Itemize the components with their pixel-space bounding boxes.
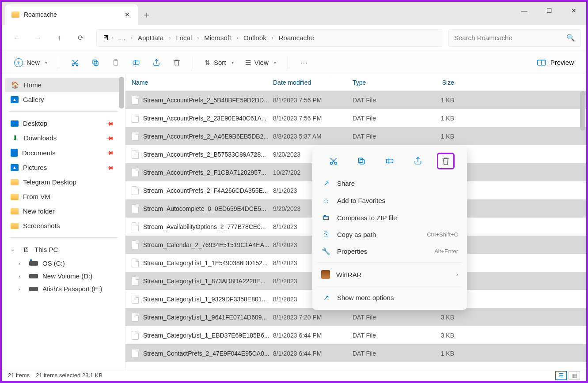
preview-button[interactable]: Preview — [533, 56, 578, 69]
sidebar-drive-item[interactable]: ›New Volume (D:) — [5, 270, 121, 282]
file-row[interactable]: Stream_AccountPrefs_2_A46E9B6EB5DB2...8/… — [125, 127, 586, 145]
path-segment[interactable]: AppData — [135, 32, 166, 43]
sidebar-quick-item[interactable]: Telegram Desktop — [5, 175, 121, 189]
chevron-right-icon: › — [456, 271, 458, 278]
minimize-button[interactable]: — — [512, 2, 537, 19]
cm-more-options-item[interactable]: ↗ Show more options — [316, 289, 463, 306]
file-row[interactable]: Stream_CategoryList_1_9641FE0714D609...8… — [125, 308, 586, 326]
path-segment[interactable]: Microsoft — [201, 32, 234, 43]
sidebar-drive-item[interactable]: ›Atish's Passport (E:) — [5, 282, 121, 295]
column-size[interactable]: Size — [419, 79, 454, 86]
svg-point-1 — [76, 64, 78, 66]
path-more[interactable]: … — [116, 32, 128, 43]
svg-rect-11 — [360, 160, 364, 164]
file-icon — [132, 277, 139, 285]
view-button[interactable]: ☰ View ▾ — [241, 56, 281, 69]
path-segment[interactable]: Outlook — [241, 32, 269, 43]
view-label: View — [254, 59, 269, 66]
cm-rename-button[interactable] — [381, 153, 398, 169]
file-icon — [132, 168, 139, 177]
svg-rect-2 — [94, 61, 98, 65]
more-button[interactable]: ⋯ — [295, 55, 313, 71]
column-name[interactable]: Name — [132, 79, 273, 86]
share-button[interactable] — [148, 55, 165, 71]
forward-button[interactable]: → — [28, 28, 48, 48]
address-bar[interactable]: 🖥 › … › AppData › Local › Microsoft › Ou… — [96, 29, 442, 47]
cm-delete-button[interactable] — [437, 153, 455, 169]
cm-copypath-item[interactable]: ⎘ Copy as path Ctrl+Shift+C — [316, 226, 463, 243]
new-tab-button[interactable]: ＋ — [138, 2, 156, 21]
cm-properties-item[interactable]: 🔧 Properties Alt+Enter — [316, 243, 463, 260]
file-row[interactable]: Stream_CategoryList_1_EBD37E69E185B6...8… — [125, 326, 586, 344]
file-icon — [132, 240, 139, 249]
file-icon — [132, 132, 139, 141]
sidebar-gallery[interactable]: ▲ Gallery — [5, 92, 121, 107]
file-row[interactable]: Stream_AccountPrefs_2_5B48BFE59D2DD...8/… — [125, 91, 586, 109]
rename-button[interactable] — [127, 55, 145, 71]
delete-button[interactable] — [168, 55, 186, 71]
wrench-icon: 🔧 — [321, 247, 331, 255]
file-row[interactable]: Stream_ContactPrefs_2_47E9F044E95CA0...8… — [125, 344, 586, 362]
up-button[interactable]: ↑ — [49, 28, 69, 48]
cm-zip-item[interactable]: 🗀 Compress to ZIP file — [316, 209, 463, 226]
file-icon — [132, 331, 139, 340]
file-icon — [132, 313, 139, 322]
sidebar-quick-item[interactable]: ▲Pictures📌 — [5, 160, 121, 175]
svg-rect-12 — [359, 158, 363, 162]
cm-share-button[interactable] — [409, 153, 427, 169]
sort-button[interactable]: ⇅ Sort ▾ — [200, 56, 238, 69]
status-bar: 21 items 21 items selected 23.1 KB ☰ ▦ — [2, 369, 586, 381]
cm-winrar-item[interactable]: WinRAR › — [316, 266, 463, 283]
copy-button[interactable] — [87, 55, 104, 71]
view-thumbnails-button[interactable]: ▦ — [569, 371, 580, 380]
sidebar-home[interactable]: 🏠 Home — [5, 78, 121, 92]
window-controls: — ☐ ✕ — [512, 2, 586, 19]
scrollbar[interactable] — [119, 77, 124, 109]
back-button[interactable]: ← — [7, 28, 27, 48]
view-details-button[interactable]: ☰ — [555, 371, 567, 380]
cm-copy-button[interactable] — [353, 153, 370, 169]
window-tab[interactable]: Roamcache ✕ — [5, 4, 138, 25]
close-tab-icon[interactable]: ✕ — [123, 9, 132, 20]
cm-share-item[interactable]: ↗ Share — [316, 175, 463, 192]
sidebar-quick-item[interactable]: Desktop📌 — [5, 116, 121, 131]
sidebar-quick-item[interactable]: Screenshots — [5, 218, 121, 233]
path-segment[interactable]: Local — [173, 32, 194, 43]
sidebar-quick-item[interactable]: Documents📌 — [5, 145, 121, 160]
file-icon — [132, 349, 139, 358]
new-button[interactable]: + New ▾ — [10, 56, 52, 70]
maximize-button[interactable]: ☐ — [537, 2, 561, 19]
cm-cut-button[interactable] — [325, 153, 342, 169]
sidebar-drive-item[interactable]: ›OS (C:) — [5, 257, 121, 270]
sort-label: Sort — [214, 59, 226, 66]
sidebar-this-pc[interactable]: ⌄ 🖥 This PC — [5, 242, 121, 257]
title-bar: Roamcache ✕ ＋ — ☐ ✕ — [2, 2, 586, 25]
status-count: 21 items — [8, 372, 30, 379]
paste-button[interactable] — [107, 55, 125, 71]
cm-favorites-item[interactable]: ☆ Add to Favorites — [316, 192, 463, 209]
sidebar-quick-item[interactable]: ⬇Downloads📌 — [5, 131, 121, 145]
svg-point-9 — [330, 162, 332, 165]
sidebar-quick-item[interactable]: New folder — [5, 204, 121, 218]
svg-rect-6 — [133, 61, 139, 64]
refresh-button[interactable]: ⟳ — [71, 28, 90, 48]
column-type[interactable]: Type — [353, 79, 419, 86]
scrollbar[interactable] — [580, 91, 585, 131]
folder-icon — [11, 11, 19, 18]
search-box[interactable]: 🔍 — [448, 29, 581, 47]
path-segment[interactable]: Roamcache — [276, 32, 317, 43]
file-icon — [132, 96, 139, 105]
tab-title: Roamcache — [24, 11, 118, 18]
close-button[interactable]: ✕ — [561, 2, 586, 19]
search-input[interactable] — [454, 34, 563, 41]
sidebar-quick-item[interactable]: From VM — [5, 189, 121, 204]
cut-button[interactable] — [66, 55, 84, 71]
file-icon — [132, 259, 139, 267]
pc-icon: 🖥 — [21, 246, 30, 253]
column-date[interactable]: Date modified — [273, 79, 353, 86]
file-row[interactable]: Stream_AccountPrefs_2_23E90E940C61A...8/… — [125, 109, 586, 127]
context-menu: ↗ Share ☆ Add to Favorites 🗀 Compress to… — [312, 146, 467, 310]
chevron-down-icon[interactable]: ⌄ — [11, 247, 17, 252]
star-icon: ☆ — [321, 196, 331, 205]
path-icon: ⎘ — [321, 230, 331, 238]
